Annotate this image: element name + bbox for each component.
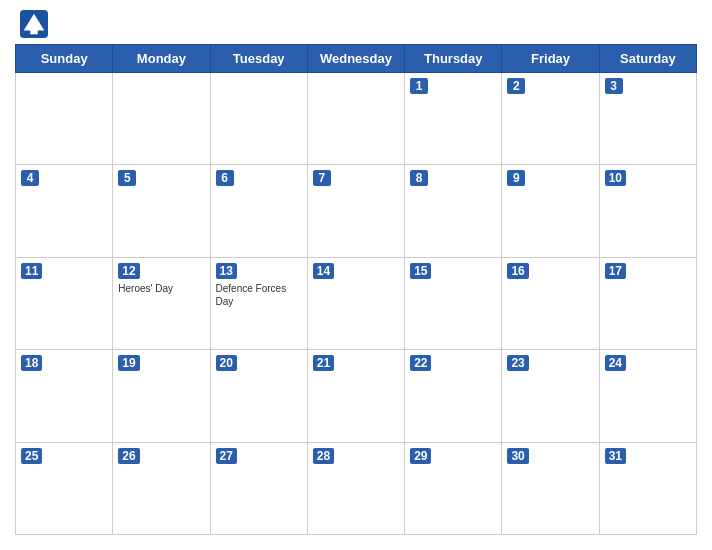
general-blue-logo-icon	[20, 10, 48, 38]
calendar-header	[15, 10, 697, 38]
date-number: 14	[313, 263, 334, 279]
date-number: 23	[507, 355, 528, 371]
days-header-row: SundayMondayTuesdayWednesdayThursdayFrid…	[16, 45, 697, 73]
calendar-cell: 31	[599, 442, 696, 534]
date-number: 18	[21, 355, 42, 371]
week-row-3: 1112Heroes' Day13Defence Forces Day14151…	[16, 257, 697, 349]
calendar-cell: 1	[405, 73, 502, 165]
calendar-cell: 12Heroes' Day	[113, 257, 210, 349]
calendar-cell: 20	[210, 350, 307, 442]
date-number: 25	[21, 448, 42, 464]
week-row-1: 123	[16, 73, 697, 165]
calendar-cell: 25	[16, 442, 113, 534]
calendar-cell: 13Defence Forces Day	[210, 257, 307, 349]
holiday-name: Defence Forces Day	[216, 282, 302, 308]
calendar-cell: 24	[599, 350, 696, 442]
week-row-2: 45678910	[16, 165, 697, 257]
calendar-cell: 9	[502, 165, 599, 257]
calendar-cell: 27	[210, 442, 307, 534]
date-number: 5	[118, 170, 136, 186]
week-row-4: 18192021222324	[16, 350, 697, 442]
calendar-cell: 6	[210, 165, 307, 257]
svg-rect-2	[30, 27, 37, 34]
date-number: 4	[21, 170, 39, 186]
calendar-cell	[307, 73, 404, 165]
calendar-cell: 7	[307, 165, 404, 257]
holiday-name: Heroes' Day	[118, 282, 204, 295]
calendar-cell: 16	[502, 257, 599, 349]
date-number: 16	[507, 263, 528, 279]
calendar-cell: 11	[16, 257, 113, 349]
date-number: 31	[605, 448, 626, 464]
calendar-cell: 17	[599, 257, 696, 349]
date-number: 3	[605, 78, 623, 94]
calendar-cell	[210, 73, 307, 165]
calendar-cell: 8	[405, 165, 502, 257]
date-number: 2	[507, 78, 525, 94]
calendar-cell: 10	[599, 165, 696, 257]
date-number: 1	[410, 78, 428, 94]
calendar-cell: 14	[307, 257, 404, 349]
calendar-cell: 23	[502, 350, 599, 442]
date-number: 26	[118, 448, 139, 464]
calendar-table: SundayMondayTuesdayWednesdayThursdayFrid…	[15, 44, 697, 535]
day-header-monday: Monday	[113, 45, 210, 73]
date-number: 10	[605, 170, 626, 186]
day-header-saturday: Saturday	[599, 45, 696, 73]
calendar-cell: 21	[307, 350, 404, 442]
date-number: 30	[507, 448, 528, 464]
calendar-cell: 28	[307, 442, 404, 534]
date-number: 15	[410, 263, 431, 279]
date-number: 24	[605, 355, 626, 371]
calendar-cell	[113, 73, 210, 165]
calendar-cell: 3	[599, 73, 696, 165]
calendar-cell	[16, 73, 113, 165]
day-header-friday: Friday	[502, 45, 599, 73]
calendar-cell: 2	[502, 73, 599, 165]
day-header-sunday: Sunday	[16, 45, 113, 73]
day-header-thursday: Thursday	[405, 45, 502, 73]
date-number: 9	[507, 170, 525, 186]
date-number: 8	[410, 170, 428, 186]
date-number: 17	[605, 263, 626, 279]
date-number: 19	[118, 355, 139, 371]
date-number: 29	[410, 448, 431, 464]
calendar-cell: 29	[405, 442, 502, 534]
calendar-cell: 4	[16, 165, 113, 257]
calendar-cell: 22	[405, 350, 502, 442]
calendar-cell: 26	[113, 442, 210, 534]
calendar-cell: 5	[113, 165, 210, 257]
date-number: 21	[313, 355, 334, 371]
date-number: 11	[21, 263, 42, 279]
calendar-cell: 30	[502, 442, 599, 534]
calendar-cell: 18	[16, 350, 113, 442]
date-number: 27	[216, 448, 237, 464]
date-number: 28	[313, 448, 334, 464]
date-number: 20	[216, 355, 237, 371]
date-number: 6	[216, 170, 234, 186]
calendar-cell: 19	[113, 350, 210, 442]
date-number: 7	[313, 170, 331, 186]
day-header-wednesday: Wednesday	[307, 45, 404, 73]
day-header-tuesday: Tuesday	[210, 45, 307, 73]
date-number: 13	[216, 263, 237, 279]
calendar-cell: 15	[405, 257, 502, 349]
week-row-5: 25262728293031	[16, 442, 697, 534]
logo	[20, 10, 52, 38]
date-number: 22	[410, 355, 431, 371]
date-number: 12	[118, 263, 139, 279]
